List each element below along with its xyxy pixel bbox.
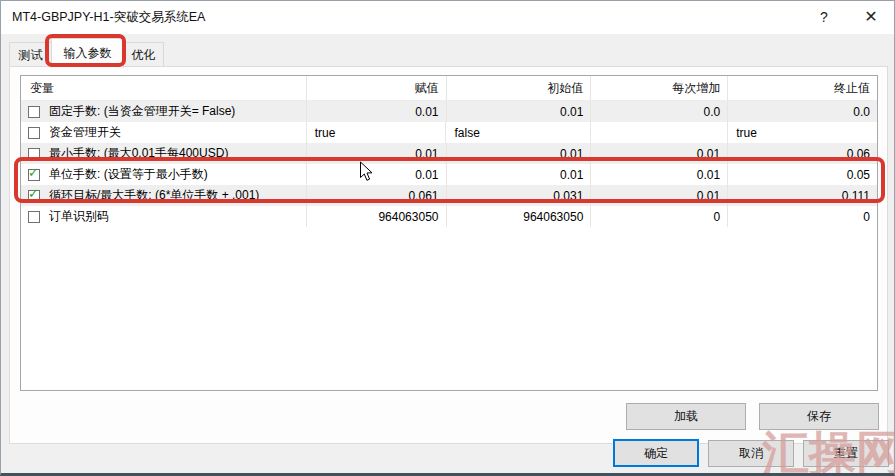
- ea-properties-dialog: MT4-GBPJPY-H1-突破交易系统EA ? ✕ 测试 输入参数 优化 变量…: [0, 0, 895, 476]
- value-cell[interactable]: 0.05: [728, 164, 877, 185]
- reset-button[interactable]: 重置: [803, 440, 889, 467]
- value-cell[interactable]: 0.031: [447, 185, 592, 206]
- value-cell[interactable]: 0.01: [591, 164, 728, 185]
- value-cell[interactable]: 0.06: [728, 143, 877, 164]
- row-checkbox[interactable]: [28, 148, 40, 160]
- title-bar: MT4-GBPJPY-H1-突破交易系统EA ? ✕: [1, 1, 894, 34]
- variable-cell: 固定手数: (当资金管理开关= False): [21, 101, 307, 122]
- value-cell[interactable]: true: [307, 122, 447, 143]
- row-checkbox[interactable]: [28, 127, 40, 139]
- value-cell[interactable]: true: [728, 122, 877, 143]
- variable-cell: 资金管理开关: [21, 122, 307, 143]
- value-cell[interactable]: false: [446, 122, 591, 143]
- load-button[interactable]: 加载: [626, 403, 746, 430]
- row-checkbox[interactable]: [28, 106, 40, 118]
- table-row[interactable]: 资金管理开关truefalsetrue: [21, 122, 877, 143]
- value-cell[interactable]: 0.01: [307, 143, 447, 164]
- column-header[interactable]: 变量: [21, 76, 307, 100]
- table-row[interactable]: 订单识别码96406305096406305000: [21, 206, 877, 227]
- column-header[interactable]: 初始值: [447, 76, 592, 100]
- tab-optimization[interactable]: 优化: [123, 42, 164, 67]
- value-cell[interactable]: 0.01: [447, 164, 592, 185]
- value-cell[interactable]: 0.01: [447, 143, 592, 164]
- table-row[interactable]: 固定手数: (当资金管理开关= False)0.010.010.00.0: [21, 101, 877, 122]
- ok-button[interactable]: 确定: [613, 439, 699, 467]
- value-cell[interactable]: 0: [728, 206, 877, 227]
- tab-test[interactable]: 测试: [9, 42, 52, 67]
- variable-label: 循环目标/最大手数: (6*单位手数 + .001): [49, 187, 259, 204]
- table-header: 变量赋值初始值每次增加终止值: [21, 76, 877, 101]
- variable-cell: ✓单位手数: (设置等于最小手数): [21, 164, 307, 185]
- value-cell[interactable]: 0.0: [728, 101, 877, 122]
- value-cell[interactable]: 964063050: [307, 206, 447, 227]
- checkmark-icon: ✓: [28, 187, 39, 201]
- value-cell[interactable]: 0.01: [591, 143, 728, 164]
- variable-label: 最小手数: (最大0.01手每400USD): [49, 145, 228, 162]
- table-row[interactable]: ✓循环目标/最大手数: (6*单位手数 + .001)0.0610.0310.0…: [21, 185, 877, 206]
- column-header[interactable]: 赋值: [307, 76, 447, 100]
- variable-label: 订单识别码: [49, 208, 109, 225]
- variable-label: 资金管理开关: [49, 124, 121, 141]
- help-icon[interactable]: ?: [804, 1, 844, 33]
- close-icon[interactable]: ✕: [849, 1, 893, 33]
- variable-cell: 订单识别码: [21, 206, 307, 227]
- column-header[interactable]: 每次增加: [591, 76, 728, 100]
- table-body: 固定手数: (当资金管理开关= False)0.010.010.00.0资金管理…: [21, 101, 877, 227]
- parameters-table: 变量赋值初始值每次增加终止值 固定手数: (当资金管理开关= False)0.0…: [20, 75, 878, 391]
- window-title: MT4-GBPJPY-H1-突破交易系统EA: [12, 1, 205, 33]
- value-cell[interactable]: 0.01: [447, 101, 592, 122]
- row-checkbox[interactable]: [28, 211, 40, 223]
- variable-label: 单位手数: (设置等于最小手数): [49, 166, 208, 183]
- value-cell[interactable]: 964063050: [447, 206, 592, 227]
- variable-label: 固定手数: (当资金管理开关= False): [49, 103, 235, 120]
- value-cell[interactable]: 0.0: [591, 101, 728, 122]
- tab-input-parameters[interactable]: 输入参数: [51, 38, 124, 68]
- value-cell[interactable]: 0.111: [728, 185, 877, 206]
- row-checkbox[interactable]: ✓: [28, 190, 40, 202]
- value-cell[interactable]: 0: [591, 206, 728, 227]
- value-cell[interactable]: 0.01: [307, 164, 447, 185]
- row-checkbox[interactable]: ✓: [28, 169, 40, 181]
- table-row[interactable]: ✓单位手数: (设置等于最小手数)0.010.010.010.05: [21, 164, 877, 185]
- value-cell[interactable]: 0.01: [307, 101, 447, 122]
- column-header[interactable]: 终止值: [728, 76, 877, 100]
- checkmark-icon: ✓: [28, 166, 39, 180]
- value-cell[interactable]: 0.01: [591, 185, 728, 206]
- value-cell[interactable]: [591, 122, 728, 143]
- value-cell[interactable]: 0.061: [307, 185, 447, 206]
- table-row[interactable]: 最小手数: (最大0.01手每400USD)0.010.010.010.06: [21, 143, 877, 164]
- save-button[interactable]: 保存: [759, 403, 879, 430]
- cancel-button[interactable]: 取消: [708, 440, 794, 467]
- variable-cell: ✓循环目标/最大手数: (6*单位手数 + .001): [21, 185, 307, 206]
- variable-cell: 最小手数: (最大0.01手每400USD): [21, 143, 307, 164]
